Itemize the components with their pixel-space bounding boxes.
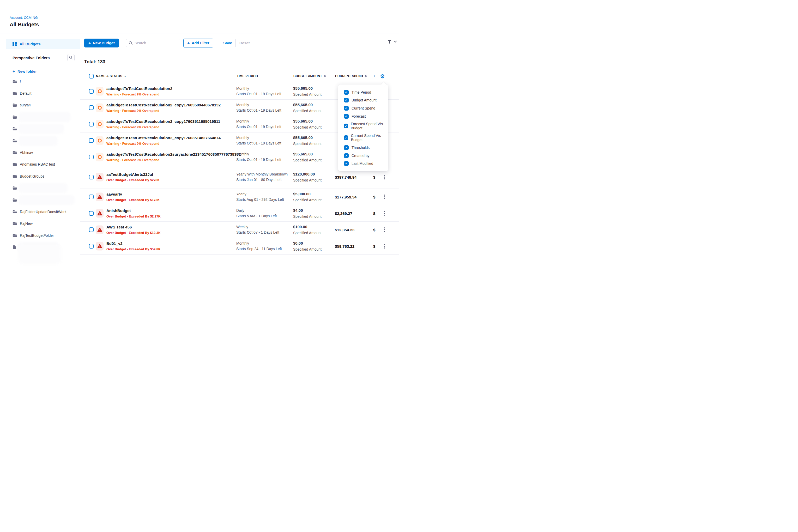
budget-name: AnishBudget [107,208,160,213]
budget-name-cell[interactable]: aabudgetToTestCostRecalculation2_copy176… [107,103,221,113]
row-options-menu-button[interactable] [383,226,386,233]
row-checkbox[interactable] [89,244,94,249]
redacted-folder-name [20,196,73,204]
sidebar-folder-item[interactable]: Anomalies RBAC test [5,158,80,170]
add-filter-button[interactable]: + Add Filter [183,39,213,48]
checked-checkbox[interactable]: ✓ [344,106,349,111]
budget-name-cell[interactable]: aayearlyOver Budget - Exceeded By $173K [107,192,159,202]
select-all-checkbox[interactable] [89,74,94,78]
current-spend-value: $12,354.23 [335,228,355,232]
row-checkbox[interactable] [89,89,94,94]
budget-name-cell[interactable]: aabudgetToTestCostRecalculation2suryaclo… [107,152,241,162]
folder-search-button[interactable] [67,54,75,61]
folder-name: Budget Groups [20,174,44,178]
sidebar-folder-item[interactable] [5,111,80,123]
budget-name: aabudgetToTestCostRecalculation2 [107,86,172,91]
checked-checkbox[interactable]: ✓ [344,124,348,128]
column-menu-item[interactable]: ✓Last Modified [338,161,388,166]
column-header-name-status[interactable]: NAME & STATUS ▲ [96,74,126,78]
search-input[interactable] [135,41,176,45]
budget-name: aabudgetToTestCostRecalculation2_copy176… [107,136,221,140]
checked-checkbox[interactable]: ✓ [344,161,349,166]
budget-name-cell[interactable]: aabudgetToTestCostRecalculation2_copy176… [107,136,221,146]
column-menu-item[interactable]: ✓Created by [338,153,388,158]
column-header-budget-amount[interactable]: BUDGET AMOUNT [293,74,326,78]
sidebar-item-all-budgets[interactable]: All Budgets [6,39,80,49]
budget-name-cell[interactable]: aabudgetToTestCostRecalculation2_copy176… [107,119,220,129]
sidebar-folder-item[interactable] [5,194,80,206]
sidebar-folder-item[interactable]: surya4 [5,99,80,111]
checked-checkbox[interactable]: ✓ [344,153,349,158]
over-budget-status-icon [96,209,103,218]
redacted-folder-name [20,137,56,145]
budget-name-cell[interactable]: aaTestBudgetAlerts22JulOver Budget - Exc… [107,172,159,182]
reset-button[interactable]: Reset [240,41,250,45]
sidebar-folder-item[interactable]: RajTestBudgetFolder [5,229,80,241]
account-breadcrumb-link[interactable]: Account: CCM-NG [10,16,399,20]
sidebar-folder-item[interactable]: ! [5,76,80,87]
toolbar-divider [235,39,236,47]
column-settings-gear-icon[interactable]: ⚙ [380,74,385,79]
column-menu-item[interactable]: ✓Current Spend [338,106,388,111]
budget-amount-cell: $55,665.00Specified Amount [293,135,322,146]
row-options-menu-button[interactable] [383,243,386,250]
new-folder-button[interactable]: + New folder [13,69,80,74]
checked-checkbox[interactable]: ✓ [344,90,349,95]
sidebar-folder-item[interactable] [5,135,80,147]
row-checkbox[interactable] [89,155,94,159]
row-options-menu-button[interactable] [383,174,386,180]
sidebar-folder-item[interactable]: RajFolderUpdateDoesItWork [5,206,80,217]
budget-amount-cell: $120,000.00Specified Amount [293,172,322,182]
sidebar-folder-item[interactable]: Default [5,87,80,99]
warning-ring-icon [98,106,102,110]
sidebar-item-label: All Budgets [20,42,41,46]
budget-search-field[interactable] [126,39,180,47]
warning-status-icon [96,87,103,96]
row-options-menu-button[interactable] [383,193,386,200]
column-menu-item[interactable]: ✓Time Period [338,90,388,95]
plus-icon: + [187,41,190,45]
sidebar-folder-item[interactable] [5,182,80,194]
row-options-menu-button[interactable] [383,210,386,217]
row-checkbox[interactable] [89,138,94,143]
checked-checkbox[interactable]: ✓ [344,114,349,119]
current-spend-value: $177,959.34 [335,195,357,199]
sidebar-folder-item[interactable]: RajNew [5,218,80,229]
save-button[interactable]: Save [223,41,232,45]
time-period-cell: MonthlyStarts Oct 01 - 19 Days Left [236,86,281,97]
column-header-current-spend[interactable]: CURRENT SPEND [335,74,367,78]
budget-amount-value: $55,665.00 [293,152,322,156]
budget-amount-type: Specified Amount [293,92,322,96]
row-checkbox[interactable] [89,194,94,199]
budget-amount-value: $5,000.00 [293,192,322,196]
period-frequency: Monthly [236,102,281,108]
row-checkbox[interactable] [89,122,94,127]
folder-icon [13,198,17,202]
column-menu-item[interactable]: ✓Budget Amount [338,98,388,102]
budget-name-cell[interactable]: Bd01_v2Over Budget - Exceeded By $59.8K [107,241,160,251]
sidebar-folder-item[interactable] [5,123,80,135]
column-menu-item-label: Budget Amount [352,98,377,102]
checked-checkbox[interactable]: ✓ [344,135,348,140]
new-budget-button[interactable]: + New Budget [84,39,119,48]
budget-name-cell[interactable]: AnishBudgetOver Budget - Exceeded By $2.… [107,208,160,218]
filter-menu-button[interactable] [387,39,396,44]
column-menu-item[interactable]: ✓Current Spend V/s Budget [338,134,388,142]
budget-name-cell[interactable]: aabudgetToTestCostRecalculation2Warning … [107,86,172,96]
sidebar-folder-item[interactable]: Budget Groups [5,170,80,182]
budget-name-cell[interactable]: AWS Test 456Over Budget - Exceeded By $1… [107,225,160,235]
row-checkbox[interactable] [89,227,94,232]
budget-name: aabudgetToTestCostRecalculation2_copy176… [107,119,220,124]
row-checkbox[interactable] [89,175,94,179]
column-menu-item[interactable]: ✓Thresholds [338,145,388,150]
column-menu-item[interactable]: ✓Forecast [338,114,388,119]
row-checkbox[interactable] [89,211,94,216]
budget-amount-value: $55,665.00 [293,86,322,91]
budget-amount-cell: $5,000.00Specified Amount [293,192,322,202]
sidebar-folder-item[interactable]: Abhinav [5,147,80,158]
checked-checkbox[interactable]: ✓ [344,98,349,102]
row-checkbox[interactable] [89,106,94,110]
column-menu-item[interactable]: ✓Forecast Spend V/s Budget [338,122,388,130]
checked-checkbox[interactable]: ✓ [344,145,349,150]
warning-ring-icon [98,90,102,93]
